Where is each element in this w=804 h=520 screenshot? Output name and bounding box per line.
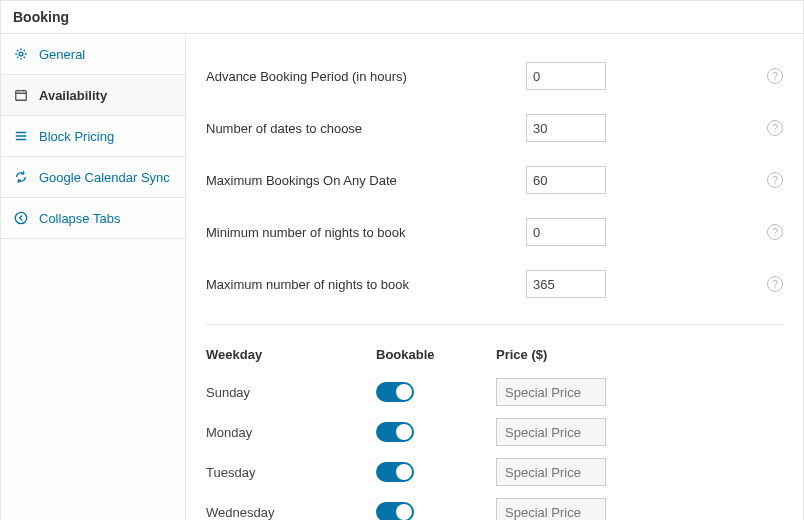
- list-icon: [13, 128, 29, 144]
- advance-booking-row: Advance Booking Period (in hours) ?: [206, 50, 783, 102]
- header-bookable: Bookable: [376, 347, 496, 362]
- min-nights-row: Minimum number of nights to book ?: [206, 206, 783, 258]
- svg-rect-1: [16, 91, 27, 101]
- max-nights-row: Maximum number of nights to book ?: [206, 258, 783, 310]
- panel-title: Booking: [1, 1, 803, 34]
- max-bookings-row: Maximum Bookings On Any Date ?: [206, 154, 783, 206]
- divider: [206, 324, 783, 325]
- sidebar-item-label: Google Calendar Sync: [39, 170, 170, 185]
- dates-to-choose-input[interactable]: [526, 114, 606, 142]
- weekday-day-label: Tuesday: [206, 465, 376, 480]
- chevron-left-icon: [13, 210, 29, 226]
- max-nights-input[interactable]: [526, 270, 606, 298]
- bookable-toggle[interactable]: [376, 502, 414, 520]
- sidebar-item-availability[interactable]: Availability: [1, 75, 185, 116]
- sidebar-item-block-pricing[interactable]: Block Pricing: [1, 116, 185, 157]
- calendar-icon: [13, 87, 29, 103]
- sidebar: General Availability Block Pricing: [1, 34, 186, 520]
- dates-to-choose-label: Number of dates to choose: [206, 121, 526, 136]
- advance-booking-label: Advance Booking Period (in hours): [206, 69, 526, 84]
- help-icon[interactable]: ?: [767, 68, 783, 84]
- special-price-input[interactable]: [496, 498, 606, 520]
- weekday-day-label: Sunday: [206, 385, 376, 400]
- weekday-row-tuesday: Tuesday: [206, 452, 783, 492]
- help-icon[interactable]: ?: [767, 276, 783, 292]
- advance-booking-input[interactable]: [526, 62, 606, 90]
- weekday-row-monday: Monday: [206, 412, 783, 452]
- content-area: Advance Booking Period (in hours) ? Numb…: [186, 34, 803, 520]
- weekday-row-wednesday: Wednesday: [206, 492, 783, 520]
- svg-point-2: [15, 212, 26, 223]
- special-price-input[interactable]: [496, 378, 606, 406]
- sidebar-item-label: Collapse Tabs: [39, 211, 120, 226]
- sidebar-item-collapse-tabs[interactable]: Collapse Tabs: [1, 198, 185, 239]
- min-nights-input[interactable]: [526, 218, 606, 246]
- sidebar-item-google-calendar-sync[interactable]: Google Calendar Sync: [1, 157, 185, 198]
- sidebar-item-label: Block Pricing: [39, 129, 114, 144]
- special-price-input[interactable]: [496, 458, 606, 486]
- gear-icon: [13, 46, 29, 62]
- header-price: Price ($): [496, 347, 636, 362]
- max-bookings-label: Maximum Bookings On Any Date: [206, 173, 526, 188]
- help-icon[interactable]: ?: [767, 172, 783, 188]
- sidebar-item-label: General: [39, 47, 85, 62]
- panel-body: General Availability Block Pricing: [1, 34, 803, 520]
- bookable-toggle[interactable]: [376, 462, 414, 482]
- max-bookings-input[interactable]: [526, 166, 606, 194]
- weekday-row-sunday: Sunday: [206, 372, 783, 412]
- bookable-toggle[interactable]: [376, 382, 414, 402]
- dates-to-choose-row: Number of dates to choose ?: [206, 102, 783, 154]
- max-nights-label: Maximum number of nights to book: [206, 277, 526, 292]
- min-nights-label: Minimum number of nights to book: [206, 225, 526, 240]
- help-icon[interactable]: ?: [767, 120, 783, 136]
- sync-icon: [13, 169, 29, 185]
- help-icon[interactable]: ?: [767, 224, 783, 240]
- special-price-input[interactable]: [496, 418, 606, 446]
- sidebar-item-label: Availability: [39, 88, 107, 103]
- booking-panel: Booking General Avai: [0, 0, 804, 520]
- weekday-day-label: Wednesday: [206, 505, 376, 520]
- weekday-table-header: Weekday Bookable Price ($): [206, 335, 783, 372]
- header-weekday: Weekday: [206, 347, 376, 362]
- weekday-day-label: Monday: [206, 425, 376, 440]
- svg-point-0: [19, 52, 23, 56]
- bookable-toggle[interactable]: [376, 422, 414, 442]
- sidebar-item-general[interactable]: General: [1, 34, 185, 75]
